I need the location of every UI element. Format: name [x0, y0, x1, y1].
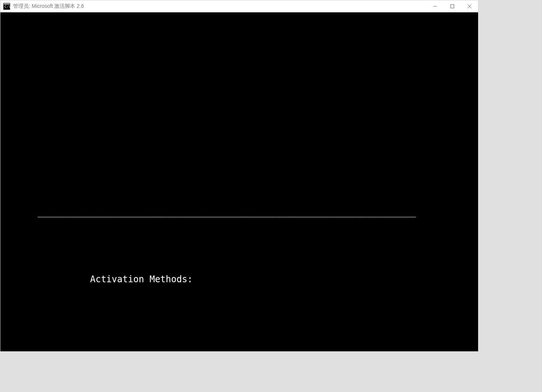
svg-text:C:\: C:\ [4, 5, 10, 9]
svg-rect-1 [4, 3, 10, 4]
maximize-icon [450, 4, 455, 9]
blank-line [0, 139, 478, 150]
blank-line [0, 173, 478, 184]
blank-line [0, 240, 478, 251]
cmd-window: C:\ 管理员: Microsoft 激活脚本 2.6 ____________… [0, 0, 478, 352]
blank-line [0, 307, 478, 318]
maximize-button[interactable] [444, 0, 461, 12]
close-button[interactable] [461, 0, 478, 12]
minimize-button[interactable] [426, 0, 444, 12]
window-controls [426, 0, 478, 12]
terminal-body[interactable]: ________________________________________… [0, 12, 478, 351]
window-title: 管理员: Microsoft 激活脚本 2.6 [13, 3, 84, 10]
section-title: Activation Methods: [0, 274, 478, 285]
blank-line [0, 72, 478, 83]
titlebar[interactable]: C:\ 管理员: Microsoft 激活脚本 2.6 [0, 0, 478, 12]
cmd-icon: C:\ [3, 3, 10, 10]
svg-rect-4 [451, 5, 454, 8]
outer-hr-top: ________________________________________… [0, 206, 478, 218]
blank-line [0, 38, 478, 50]
minimize-icon [433, 4, 437, 9]
blank-line [0, 106, 478, 117]
close-icon [467, 4, 472, 9]
